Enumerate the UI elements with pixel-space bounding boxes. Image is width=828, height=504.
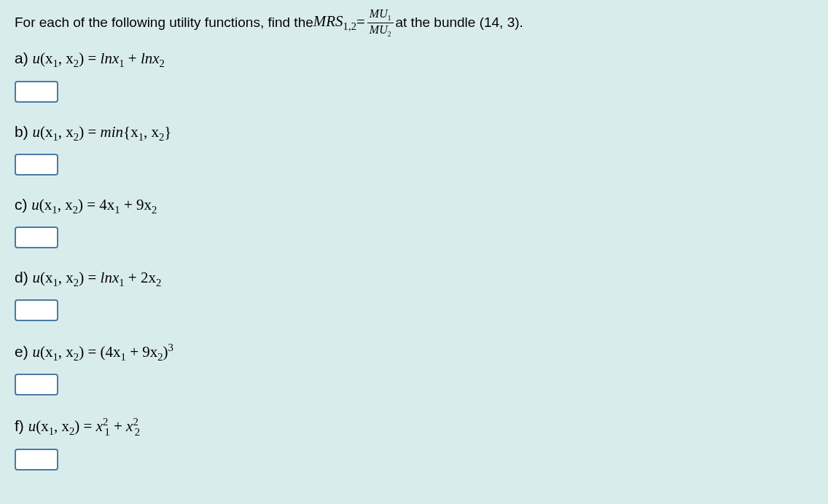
answer-input-d[interactable] xyxy=(15,299,58,321)
equals: = xyxy=(356,10,365,35)
question-b-text: b) u(x1, x2) = min{x1, x2} xyxy=(15,123,813,143)
question-a-text: a) u(x1, x2) = lnx1 + lnx2 xyxy=(15,50,813,70)
question-d-text: d) u(x1, x2) = lnx1 + 2x2 xyxy=(15,269,813,289)
question-e: e) u(x1, x2) = (4x1 + 9x2)3 xyxy=(15,342,813,395)
question-d: d) u(x1, x2) = lnx1 + 2x2 xyxy=(15,269,813,321)
question-e-text: e) u(x1, x2) = (4x1 + 9x2)3 xyxy=(15,342,813,363)
mrs-label: MRS xyxy=(313,12,343,30)
question-b: b) u(x1, x2) = min{x1, x2} xyxy=(15,123,813,176)
intro-text: For each of the following utility functi… xyxy=(15,7,523,38)
answer-input-e[interactable] xyxy=(15,374,58,395)
answer-input-b[interactable] xyxy=(15,154,58,176)
question-f: f) u(x1, x2) = x21 + x22 xyxy=(15,416,813,470)
intro-prefix: For each of the following utility functi… xyxy=(15,12,313,34)
mrs-sub: 1,2 xyxy=(343,21,356,33)
intro-suffix: at the bundle (14, 3). xyxy=(396,12,523,34)
question-a: a) u(x1, x2) = lnx1 + lnx2 xyxy=(15,50,813,102)
answer-input-a[interactable] xyxy=(15,81,58,103)
question-c-text: c) u(x1, x2) = 4x1 + 9x2 xyxy=(15,196,813,216)
answer-input-c[interactable] xyxy=(15,227,58,248)
question-f-text: f) u(x1, x2) = x21 + x22 xyxy=(15,416,813,438)
answer-input-f[interactable] xyxy=(15,449,58,470)
question-c: c) u(x1, x2) = 4x1 + 9x2 xyxy=(15,196,813,248)
mrs-fraction: MU1 MU2 xyxy=(367,7,394,38)
